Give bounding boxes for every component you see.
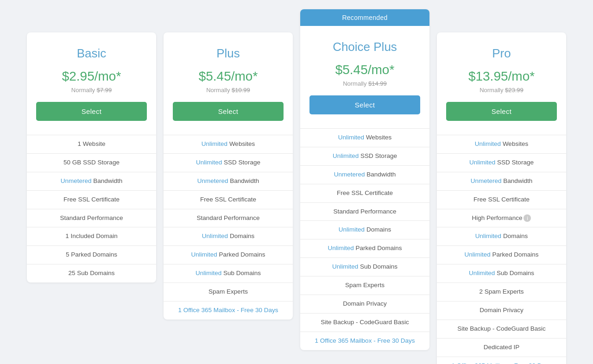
feature-item-plus-7: Unlimited Sub Domains [164, 264, 293, 283]
plan-card-choice-plus: Recommended Choice Plus $5.45/mo* Normal… [300, 9, 429, 350]
feature-item-pro-12: 1 Office 365 Mailbox - Free 30 Days [437, 357, 566, 364]
feature-item-pro-1: Unlimited SSD Storage [437, 154, 566, 172]
feature-item-pro-7: Unlimited Sub Domains [437, 264, 566, 283]
feature-item-plus-0: Unlimited Websites [164, 135, 293, 154]
plan-normal-price-choice-plus: Normally $14.99 [309, 80, 420, 87]
feature-item-basic-3: Free SSL Certificate [27, 191, 156, 209]
feature-item-pro-0: Unlimited Websites [437, 135, 566, 154]
highlight-text: Unlimited [202, 140, 227, 147]
features-list-plus: Unlimited WebsitesUnlimited SSD StorageU… [164, 135, 293, 320]
plan-price-choice-plus: $5.45/mo* [309, 63, 420, 77]
feature-item-pro-11: Dedicated IP [437, 339, 566, 357]
highlight-text: Unlimited [338, 134, 364, 141]
feature-item-plus-4: Standard Performance [164, 209, 293, 228]
feature-item-choice-plus-10: Site Backup - CodeGuard Basic [300, 314, 429, 332]
features-list-pro: Unlimited WebsitesUnlimited SSD StorageU… [437, 135, 566, 364]
plan-card-pro: Pro $13.95/mo* Normally $23.99 Select Un… [437, 32, 566, 364]
highlight-text: Unlimited [196, 270, 221, 276]
feature-item-pro-4: High Performancei [437, 209, 566, 228]
plan-header-choice-plus: Choice Plus $5.45/mo* Normally $14.99 Se… [300, 26, 429, 124]
plan-header-plus: Plus $5.45/mo* Normally $10.99 Select [164, 32, 293, 130]
feature-item-choice-plus-6: Unlimited Parked Domains [300, 239, 429, 258]
feature-item-choice-plus-5: Unlimited Domains [300, 221, 429, 239]
feature-item-choice-plus-8: Spam Experts [300, 276, 429, 295]
feature-item-plus-9: 1 Office 365 Mailbox - Free 30 Days [164, 301, 293, 320]
feature-item-plus-3: Free SSL Certificate [164, 191, 293, 209]
plan-name-choice-plus: Choice Plus [309, 40, 420, 54]
feature-item-pro-2: Unmetered Bandwidth [437, 172, 566, 191]
plan-header-pro: Pro $13.95/mo* Normally $23.99 Select [437, 32, 566, 130]
feature-item-choice-plus-1: Unlimited SSD Storage [300, 147, 429, 166]
plan-header-basic: Basic $2.95/mo* Normally $7.99 Select [27, 32, 156, 130]
feature-item-pro-5: Unlimited Domains [437, 227, 566, 246]
highlight-text: Unlimited [328, 245, 354, 251]
plan-price-pro: $13.95/mo* [446, 69, 557, 84]
office365-link[interactable]: 1 Office 365 Mailbox - Free 30 Days [178, 307, 278, 314]
select-button-basic[interactable]: Select [36, 102, 147, 121]
recommended-banner: Recommended [300, 9, 429, 26]
select-button-plus[interactable]: Select [173, 102, 284, 121]
feature-item-choice-plus-2: Unmetered Bandwidth [300, 166, 429, 184]
highlight-text: Unmetered [334, 171, 365, 178]
highlight-text: Unlimited [332, 263, 358, 270]
feature-item-basic-6: 5 Parked Domains [27, 246, 156, 264]
select-button-pro[interactable]: Select [446, 102, 557, 121]
features-list-choice-plus: Unlimited WebsitesUnlimited SSD StorageU… [300, 128, 429, 350]
feature-item-choice-plus-7: Unlimited Sub Domains [300, 258, 429, 276]
feature-item-pro-10: Site Backup - CodeGuard Basic [437, 320, 566, 339]
feature-item-choice-plus-4: Standard Performance [300, 203, 429, 221]
highlight-text: Unmetered [471, 177, 502, 184]
feature-item-plus-2: Unmetered Bandwidth [164, 172, 293, 191]
highlight-text: Unlimited [202, 232, 228, 239]
plan-name-basic: Basic [36, 46, 147, 61]
feature-item-pro-8: 2 Spam Experts [437, 283, 566, 301]
highlight-text: Unlimited [465, 251, 491, 258]
feature-item-choice-plus-11: 1 Office 365 Mailbox - Free 30 Days [300, 332, 429, 350]
highlight-text: Unlimited [475, 140, 501, 147]
feature-item-plus-5: Unlimited Domains [164, 227, 293, 246]
feature-item-choice-plus-3: Free SSL Certificate [300, 184, 429, 203]
feature-item-basic-2: Unmetered Bandwidth [27, 172, 156, 191]
feature-item-pro-6: Unlimited Parked Domains [437, 246, 566, 264]
feature-item-basic-1: 50 GB SSD Storage [27, 154, 156, 172]
features-list-basic: 1 Website50 GB SSD StorageUnmetered Band… [27, 135, 156, 282]
highlight-text: Unlimited [469, 159, 495, 166]
highlight-text: Unmetered [197, 177, 228, 184]
feature-item-basic-7: 25 Sub Domains [27, 264, 156, 282]
feature-item-pro-9: Domain Privacy [437, 301, 566, 320]
highlight-text: Unlimited [339, 226, 365, 233]
highlight-text: Unlimited [191, 251, 217, 258]
feature-item-choice-plus-9: Domain Privacy [300, 295, 429, 314]
office365-link[interactable]: 1 Office 365 Mailbox - Free 30 Days [315, 337, 415, 344]
select-button-choice-plus[interactable]: Select [309, 95, 420, 114]
highlight-text: Unlimited [196, 159, 222, 166]
feature-item-basic-4: Standard Performance [27, 209, 156, 228]
feature-item-choice-plus-0: Unlimited Websites [300, 129, 429, 147]
highlight-text: Unlimited [333, 152, 359, 159]
plan-normal-price-pro: Normally $23.99 [446, 87, 557, 94]
plan-card-plus: Plus $5.45/mo* Normally $10.99 Select Un… [164, 32, 293, 320]
highlight-text: Unlimited [475, 232, 501, 239]
highlight-text: Unmetered [61, 177, 92, 184]
plan-price-basic: $2.95/mo* [36, 69, 147, 84]
feature-item-plus-1: Unlimited SSD Storage [164, 154, 293, 172]
plan-name-plus: Plus [173, 46, 284, 61]
feature-item-plus-6: Unlimited Parked Domains [164, 246, 293, 264]
plan-name-pro: Pro [446, 46, 557, 61]
plan-normal-price-plus: Normally $10.99 [173, 87, 284, 94]
feature-item-pro-3: Free SSL Certificate [437, 191, 566, 209]
office365-link[interactable]: 1 Office 365 Mailbox - Free 30 Days [452, 362, 552, 364]
plan-card-basic: Basic $2.95/mo* Normally $7.99 Select 1 … [27, 32, 156, 282]
plan-price-plus: $5.45/mo* [173, 69, 284, 84]
feature-item-basic-5: 1 Included Domain [27, 227, 156, 246]
info-icon[interactable]: i [524, 214, 531, 222]
plans-container: Basic $2.95/mo* Normally $7.99 Select 1 … [23, 9, 570, 364]
feature-item-plus-8: Spam Experts [164, 283, 293, 301]
highlight-text: Unlimited [469, 270, 495, 276]
plan-normal-price-basic: Normally $7.99 [36, 87, 147, 94]
feature-item-basic-0: 1 Website [27, 135, 156, 154]
